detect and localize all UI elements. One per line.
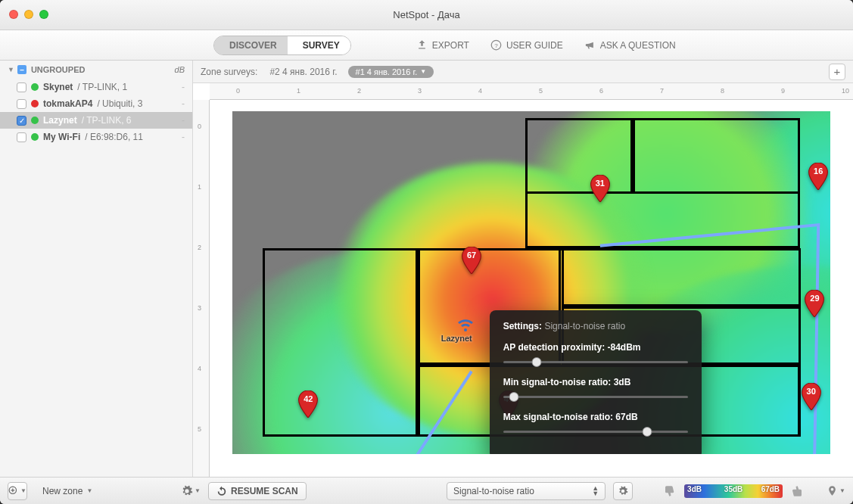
color-scale-bar: 3dB 35dB 67dB (684, 484, 783, 498)
ask-question-button[interactable]: ASK A QUESTION (584, 39, 676, 51)
footer-bar: ▼ New zone ▼ ▼ RESUME SCAN Signal-to-noi… (0, 477, 853, 504)
db-value: - (182, 82, 185, 92)
settings-title: Settings: Signal-to-noise ratio (503, 321, 688, 331)
pin-value: 31 (590, 179, 611, 188)
survey-point-pin[interactable]: 29 (804, 290, 825, 317)
maximize-icon[interactable] (39, 10, 48, 19)
chevron-down-icon: ▼ (195, 487, 201, 494)
survey-tab[interactable]: SURVEY (288, 36, 350, 54)
slider[interactable] (503, 357, 688, 366)
ruler-tick: 5 (539, 87, 543, 95)
plus-icon (8, 486, 19, 496)
zone-survey-item[interactable]: #1 4 янв. 2016 г. ▼ (348, 66, 434, 78)
sidebar-group-header[interactable]: ▼ – UNGROUPED dB (0, 61, 192, 79)
sidebar-item[interactable]: tokmakAP4 / Ubiquiti, 3- (0, 95, 192, 112)
add-zone-button[interactable]: + (829, 64, 845, 80)
color-scale: 3dB 35dB 67dB (684, 484, 783, 498)
checkbox[interactable] (17, 99, 26, 109)
sidebar-item[interactable]: My Wi-Fi / E6:98:D6, 11- (0, 129, 192, 145)
help-icon: ? (490, 39, 502, 51)
chevron-down-icon: ▼ (20, 487, 26, 494)
pin-value: 42 (297, 394, 319, 403)
pin-menu-button[interactable]: ▼ (827, 485, 845, 496)
ssid-label: My Wi-Fi (43, 132, 80, 142)
ruler-tick: 6 (599, 87, 603, 95)
window-controls (9, 10, 48, 19)
sidebar-item[interactable]: Skynet / TP-LINK, 1- (0, 79, 192, 95)
checkbox[interactable] (17, 82, 26, 92)
discover-label: DISCOVER (229, 40, 277, 51)
chevron-down-icon: ▼ (839, 487, 845, 494)
sidebar-item[interactable]: ✓Lazynet / TP-LINK, 6- (0, 112, 192, 129)
pin-value: 30 (801, 387, 822, 396)
slider[interactable] (503, 392, 688, 401)
pin-value: 16 (808, 166, 829, 176)
ssid-label: tokmakAP4 (43, 98, 92, 109)
checkbox[interactable]: ✓ (17, 116, 26, 126)
thumbs-up-icon[interactable] (790, 484, 804, 498)
pin-value: 67 (461, 250, 482, 260)
mode-toggle: DISCOVER SURVEY (213, 36, 351, 55)
ssid-label: Lazynet (43, 115, 77, 126)
gear-menu-button[interactable]: ▼ (181, 485, 201, 497)
slider[interactable] (503, 427, 688, 436)
discover-tab[interactable]: DISCOVER (214, 36, 288, 54)
sidebar: ▼ – UNGROUPED dB Skynet / TP-LINK, 1-tok… (0, 61, 193, 477)
settings-field-label: Max signal-to-noise ratio: 67dB (503, 412, 688, 422)
settings-field-label: AP detection proximity: -84dBm (503, 342, 688, 353)
survey-point-pin[interactable]: 30 (801, 383, 822, 410)
survey-point-pin[interactable]: 67 (461, 247, 482, 274)
ruler-tick: 3 (198, 304, 201, 312)
pin-icon (827, 485, 838, 496)
scale-min: 3dB (687, 485, 702, 493)
new-zone-button[interactable]: New zone ▼ (35, 483, 100, 499)
survey-label: SURVEY (303, 40, 340, 51)
disclosure-icon: ▼ (8, 66, 14, 73)
app-window: NetSpot - Дача DISCOVER SURVEY EXPORT ? … (0, 0, 853, 504)
scale-mid: 35dB (724, 485, 742, 493)
ruler-tick: 0 (198, 123, 201, 130)
scale-max: 67dB (761, 485, 780, 493)
ruler-tick: 4 (198, 365, 201, 372)
close-icon[interactable] (9, 10, 18, 19)
survey-point-pin[interactable]: 42 (297, 390, 319, 418)
survey-point-pin[interactable]: 16 (808, 163, 829, 190)
add-menu-button[interactable]: ▼ (8, 482, 27, 500)
export-button[interactable]: EXPORT (416, 39, 469, 51)
ruler-tick: 7 (660, 87, 664, 95)
ruler-tick: 1 (297, 87, 300, 95)
ruler-tick: 8 (721, 87, 724, 95)
user-guide-button[interactable]: ? USER GUIDE (490, 39, 563, 51)
db-value: - (182, 132, 185, 142)
ruler-tick: 10 (842, 87, 849, 95)
resume-scan-button[interactable]: RESUME SCAN (208, 482, 307, 500)
ruler-tick: 2 (198, 244, 201, 251)
survey-point-pin[interactable]: 31 (590, 175, 611, 202)
ap-icon (456, 315, 475, 333)
ruler-tick: 5 (198, 425, 201, 433)
ruler-horizontal: 012345678910 (210, 83, 853, 100)
checkbox[interactable] (17, 132, 26, 142)
network-detail: / E6:98:D6, 11 (85, 132, 143, 142)
zone-bar: Zone surveys: #2 4 янв. 2016 г.#1 4 янв.… (193, 61, 853, 83)
ruler-vertical: 0123456 (193, 100, 210, 477)
settings-field: Max signal-to-noise ratio: 67dB (503, 412, 688, 436)
network-detail: / TP-LINK, 1 (77, 82, 127, 92)
visualization-settings-button[interactable] (613, 482, 633, 500)
status-dot-icon (31, 133, 39, 141)
group-checkbox-icon[interactable]: – (17, 65, 26, 74)
zone-survey-item[interactable]: #2 4 янв. 2016 г. (269, 67, 337, 77)
window-title: NetSpot - Дача (0, 9, 853, 20)
heatmap: Lazynet 31162930474267 Settings: Signal-… (232, 111, 830, 454)
ruler-tick: 2 (357, 87, 361, 95)
thumbs-down-icon[interactable] (663, 484, 677, 498)
minimize-icon[interactable] (24, 10, 33, 19)
visualization-select[interactable]: Signal-to-noise ratio ▲▼ (447, 482, 606, 500)
db-value: - (182, 98, 185, 109)
settings-field-label: Min signal-to-noise ratio: 3dB (503, 377, 688, 387)
status-dot-icon (31, 100, 39, 107)
db-value: - (182, 115, 185, 126)
gear-icon (181, 485, 193, 497)
ap-label: Lazynet (441, 334, 472, 343)
map-stage[interactable]: Lazynet 31162930474267 Settings: Signal-… (210, 100, 853, 477)
